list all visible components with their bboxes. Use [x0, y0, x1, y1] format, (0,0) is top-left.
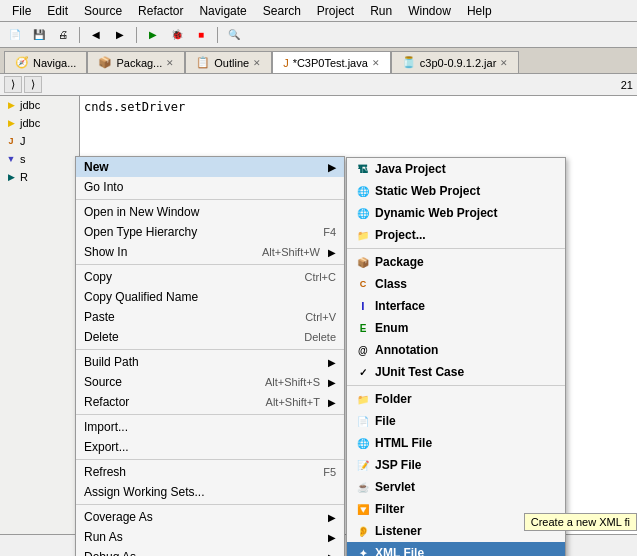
tab-outline-icon: 📋: [196, 56, 210, 69]
tree-item-r[interactable]: ▶ R: [0, 168, 79, 186]
ctx-debug-as[interactable]: Debug As ▶: [76, 547, 344, 556]
new-btn[interactable]: 📄: [4, 25, 26, 45]
run-btn[interactable]: ▶: [142, 25, 164, 45]
ctx-sep3: [76, 349, 344, 350]
tree-item-j[interactable]: J J: [0, 132, 79, 150]
menu-project[interactable]: Project: [309, 2, 362, 20]
menu-edit[interactable]: Edit: [39, 2, 76, 20]
ctx-delete[interactable]: Delete Delete: [76, 327, 344, 347]
ctx-coverage-as[interactable]: Coverage As ▶: [76, 507, 344, 527]
tab-outline[interactable]: 📋 Outline ✕: [185, 51, 272, 73]
print-btn[interactable]: 🖨: [52, 25, 74, 45]
submenu-folder[interactable]: 📁 Folder: [347, 388, 565, 410]
side-panel: ▶ jdbc ▶ jdbc J J ▼ s ▶ R: [0, 96, 80, 556]
submenu-annotation[interactable]: @ Annotation: [347, 339, 565, 361]
submenu-jsp-label: JSP File: [375, 458, 421, 472]
ctx-new[interactable]: New ▶ 🏗 Java Project 🌐 Static Web Projec…: [76, 157, 344, 177]
ctx-show-in[interactable]: Show In Alt+Shift+W ▶: [76, 242, 344, 262]
ctx-debug-as-label: Debug As: [84, 550, 320, 556]
tree-item-s[interactable]: ▼ s: [0, 150, 79, 168]
menu-source[interactable]: Source: [76, 2, 130, 20]
submenu-dynamic-web[interactable]: 🌐 Dynamic Web Project: [347, 202, 565, 224]
project-submenu-icon: 📁: [355, 227, 371, 243]
dynamic-web-icon: 🌐: [355, 205, 371, 221]
tab-package-icon: 📦: [98, 56, 112, 69]
tab-jar-icon: 🫙: [402, 56, 416, 69]
ctx-refactor[interactable]: Refactor Alt+Shift+T ▶: [76, 392, 344, 412]
tab-c3p0test[interactable]: J *C3P0Test.java ✕: [272, 51, 391, 73]
ctx-copy-qualified[interactable]: Copy Qualified Name: [76, 287, 344, 307]
submenu-java-project[interactable]: 🏗 Java Project: [347, 158, 565, 180]
ctx-run-as[interactable]: Run As ▶: [76, 527, 344, 547]
context-menu: New ▶ 🏗 Java Project 🌐 Static Web Projec…: [75, 156, 345, 556]
tab-jar[interactable]: 🫙 c3p0-0.9.1.2.jar ✕: [391, 51, 519, 73]
back-btn[interactable]: ◀: [85, 25, 107, 45]
sep2: [136, 27, 137, 43]
submenu-listener-label: Listener: [375, 524, 422, 538]
submenu-project[interactable]: 📁 Project...: [347, 224, 565, 246]
toolbar: 📄 💾 🖨 ◀ ▶ ▶ 🐞 ■ 🔍: [0, 22, 637, 48]
submenu-xml[interactable]: ✦ XML File: [347, 542, 565, 556]
tab-navigate-icon: 🧭: [15, 56, 29, 69]
menu-file[interactable]: File: [4, 2, 39, 20]
tab-package-label: Packag...: [116, 57, 162, 69]
ctx-export[interactable]: Export...: [76, 437, 344, 457]
submenu-enum[interactable]: E Enum: [347, 317, 565, 339]
forward-btn[interactable]: ▶: [109, 25, 131, 45]
tab-outline-close[interactable]: ✕: [253, 58, 261, 68]
tree-item-jdbc1[interactable]: ▶ jdbc: [0, 96, 79, 114]
ctx-refactor-arrow: ▶: [328, 397, 336, 408]
ctx-build-path[interactable]: Build Path ▶: [76, 352, 344, 372]
xml-icon: ✦: [355, 545, 371, 556]
enum-icon: E: [355, 320, 371, 336]
toolbar2-btn1[interactable]: ⟩: [4, 76, 22, 93]
submenu-junit[interactable]: ✓ JUnit Test Case: [347, 361, 565, 383]
submenu-interface[interactable]: I Interface: [347, 295, 565, 317]
tab-package[interactable]: 📦 Packag... ✕: [87, 51, 185, 73]
debug-btn[interactable]: 🐞: [166, 25, 188, 45]
tab-navigate-label: Naviga...: [33, 57, 76, 69]
ctx-paste-label: Paste: [84, 310, 285, 324]
ctx-source[interactable]: Source Alt+Shift+S ▶: [76, 372, 344, 392]
toolbar2-btn2[interactable]: ⟩: [24, 76, 42, 93]
menu-refactor[interactable]: Refactor: [130, 2, 191, 20]
java-icon: J: [4, 134, 18, 148]
ctx-copy[interactable]: Copy Ctrl+C: [76, 267, 344, 287]
menu-run[interactable]: Run: [362, 2, 400, 20]
submenu-html[interactable]: 🌐 HTML File: [347, 432, 565, 454]
tooltip-text: Create a new XML fi: [531, 516, 630, 528]
tab-navigate[interactable]: 🧭 Naviga...: [4, 51, 87, 73]
ctx-open-type-hierarchy[interactable]: Open Type Hierarchy F4: [76, 222, 344, 242]
submenu-package-label: Package: [375, 255, 424, 269]
search-btn[interactable]: 🔍: [223, 25, 245, 45]
listener-icon: 👂: [355, 523, 371, 539]
ctx-import-label: Import...: [84, 420, 336, 434]
submenu-jsp[interactable]: 📝 JSP File: [347, 454, 565, 476]
ctx-import[interactable]: Import...: [76, 417, 344, 437]
ctx-copy-qualified-label: Copy Qualified Name: [84, 290, 336, 304]
menu-help[interactable]: Help: [459, 2, 500, 20]
ctx-go-into[interactable]: Go Into: [76, 177, 344, 197]
submenu-package[interactable]: 📦 Package: [347, 251, 565, 273]
save-btn[interactable]: 💾: [28, 25, 50, 45]
tab-c3p0test-close[interactable]: ✕: [372, 58, 380, 68]
ctx-assign-working-sets[interactable]: Assign Working Sets...: [76, 482, 344, 502]
ctx-refresh[interactable]: Refresh F5: [76, 462, 344, 482]
tree-item-jdbc2[interactable]: ▶ jdbc: [0, 114, 79, 132]
submenu-file-label: File: [375, 414, 396, 428]
line-indicator: 21: [621, 79, 633, 91]
ctx-paste[interactable]: Paste Ctrl+V: [76, 307, 344, 327]
menu-window[interactable]: Window: [400, 2, 459, 20]
tab-package-close[interactable]: ✕: [166, 58, 174, 68]
submenu-static-web[interactable]: 🌐 Static Web Project: [347, 180, 565, 202]
submenu-java-project-label: Java Project: [375, 162, 446, 176]
submenu-class[interactable]: C Class: [347, 273, 565, 295]
ctx-open-new-window[interactable]: Open in New Window: [76, 202, 344, 222]
submenu-servlet[interactable]: ☕ Servlet: [347, 476, 565, 498]
submenu-file[interactable]: 📄 File: [347, 410, 565, 432]
tab-jar-close[interactable]: ✕: [500, 58, 508, 68]
tree-label2: jdbc: [20, 117, 40, 129]
stop-btn[interactable]: ■: [190, 25, 212, 45]
menu-search[interactable]: Search: [255, 2, 309, 20]
menu-navigate[interactable]: Navigate: [191, 2, 254, 20]
